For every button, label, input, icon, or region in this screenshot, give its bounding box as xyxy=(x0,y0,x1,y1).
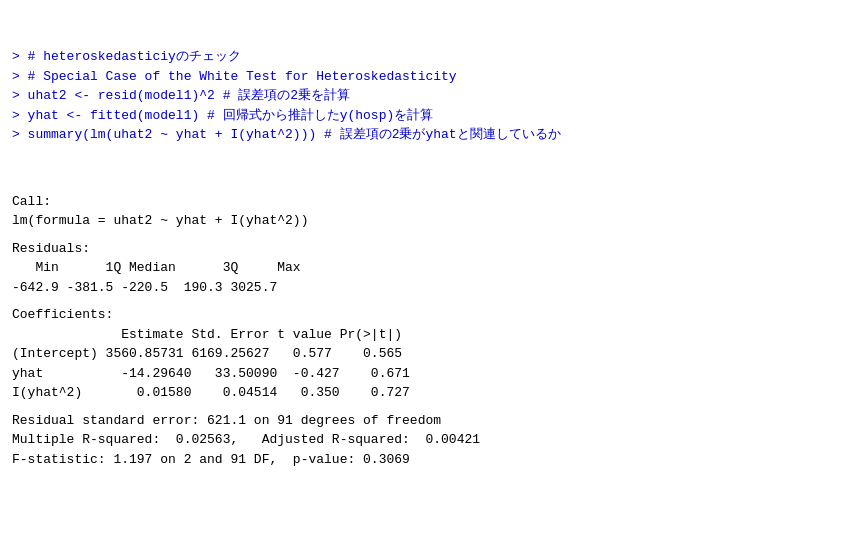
output-line: I(yhat^2) 0.01580 0.04514 0.350 0.727 xyxy=(12,383,845,403)
code-line: > summary(lm(uhat2 ~ yhat + I(yhat^2))) … xyxy=(12,125,845,145)
output-line: Multiple R-squared: 0.02563, Adjusted R-… xyxy=(12,430,845,450)
code-line: > yhat <- fitted(model1) # 回帰式から推計したy(ho… xyxy=(12,106,845,126)
console-output: > # heteroskedasticiyのチェック> # Special Ca… xyxy=(12,8,845,489)
output-line: Min 1Q Median 3Q Max xyxy=(12,258,845,278)
output-line: Estimate Std. Error t value Pr(>|t|) xyxy=(12,325,845,345)
output-line: F-statistic: 1.197 on 2 and 91 DF, p-val… xyxy=(12,450,845,470)
code-line: > # heteroskedasticiyのチェック xyxy=(12,47,845,67)
output-section: Coefficients: Estimate Std. Error t valu… xyxy=(12,305,845,403)
output-line: Coefficients: xyxy=(12,305,845,325)
output-line: Residual standard error: 621.1 on 91 deg… xyxy=(12,411,845,431)
output-line: (Intercept) 3560.85731 6169.25627 0.577 … xyxy=(12,344,845,364)
code-lines-container: > # heteroskedasticiyのチェック> # Special Ca… xyxy=(12,47,845,145)
output-line: yhat -14.29640 33.50090 -0.427 0.671 xyxy=(12,364,845,384)
code-line: > # Special Case of the White Test for H… xyxy=(12,67,845,87)
output-section: Residual standard error: 621.1 on 91 deg… xyxy=(12,411,845,470)
output-line: Residuals: xyxy=(12,239,845,259)
output-section: Call:lm(formula = uhat2 ~ yhat + I(yhat^… xyxy=(12,192,845,231)
output-line: -642.9 -381.5 -220.5 190.3 3025.7 xyxy=(12,278,845,298)
code-line: > uhat2 <- resid(model1)^2 # 誤差項の2乗を計算 xyxy=(12,86,845,106)
output-sections-container: Call:lm(formula = uhat2 ~ yhat + I(yhat^… xyxy=(12,192,845,470)
output-line: Call: xyxy=(12,192,845,212)
output-section: Residuals: Min 1Q Median 3Q Max-642.9 -3… xyxy=(12,239,845,298)
output-line: lm(formula = uhat2 ~ yhat + I(yhat^2)) xyxy=(12,211,845,231)
